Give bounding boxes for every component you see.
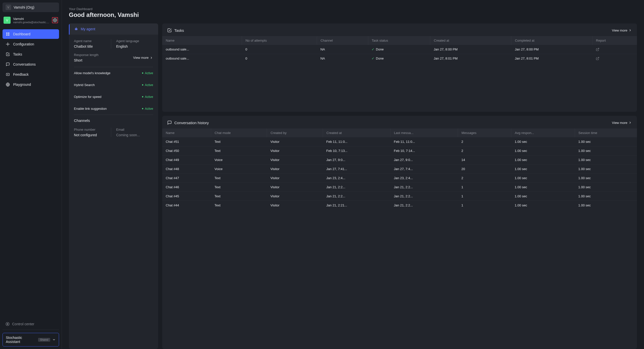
agent-view-more-button[interactable]: View more: [133, 56, 153, 60]
table-row[interactable]: Chat #44 Text Visitor Jan 21, 2:21... Ja…: [162, 201, 637, 210]
conversation-view-more-button[interactable]: View more: [612, 121, 632, 125]
email-value: Coming soon...: [116, 133, 153, 137]
my-agent-label: My agent: [81, 27, 95, 31]
cell-last: Jan 21, 2:2...: [390, 201, 458, 210]
svg-point-12: [7, 323, 8, 325]
table-row[interactable]: Chat #47 Text Visitor Jan 23, 2:4... Jan…: [162, 174, 637, 183]
agent-language-value: English: [116, 44, 153, 48]
user-row: V Vamshi vamshi.gowda@stochastic....: [3, 15, 59, 25]
gear-icon: [53, 18, 57, 22]
table-header: Created by: [267, 128, 323, 137]
feature-name: Enable link suggestion: [74, 107, 107, 111]
sidebar-item-label: Dashboard: [13, 32, 31, 36]
tasks-view-more-button[interactable]: View more: [612, 29, 632, 32]
sidebar-item-tasks[interactable]: Tasks: [3, 49, 59, 59]
cell-session: 1.00 sec: [575, 183, 637, 192]
status-dot-icon: [142, 96, 143, 97]
table-header: Last messa...: [390, 128, 458, 137]
sidebar-item-label: Feedback: [13, 72, 29, 76]
org-selector[interactable]: V Vamshi (Org): [3, 3, 59, 12]
cell-mode: Text: [211, 192, 267, 201]
sidebar-item-dashboard[interactable]: Dashboard: [3, 29, 59, 39]
check-icon: ✓: [372, 57, 374, 60]
cell-session: 1.00 sec: [575, 155, 637, 165]
conversation-table: NameChat modeCreated byCreated atLast me…: [162, 128, 637, 210]
cell-name: Chat #46: [162, 183, 211, 192]
tasks-title: Tasks: [174, 28, 184, 33]
cell-created: Jan 27, 9:0...: [323, 155, 390, 165]
svg-point-17: [76, 27, 76, 28]
assistant-selector[interactable]: Stochastic Assistant Shared: [3, 333, 59, 346]
settings-button[interactable]: [52, 17, 58, 23]
external-link-icon[interactable]: [596, 57, 633, 60]
table-row[interactable]: Chat #49 Voice Visitor Jan 27, 9:0... Ja…: [162, 155, 637, 165]
cell-msgs: 1: [458, 183, 511, 192]
control-center-button[interactable]: Control center: [3, 319, 59, 329]
cell-session: 1.00 sec: [575, 201, 637, 210]
response-length-label: Response length: [74, 53, 111, 57]
cell-name: Chat #47: [162, 174, 211, 183]
cell-avg: 1.00 sec: [511, 183, 575, 192]
svg-rect-13: [75, 28, 77, 30]
cell-last: Jan 27, 7:4...: [390, 165, 458, 174]
cell-session: 1.00 sec: [575, 165, 637, 174]
cell-avg: 1.00 sec: [511, 192, 575, 201]
cell-status: ✓Done: [368, 45, 430, 54]
chevron-right-icon: [628, 29, 632, 32]
cell-created: Jan 21, 2:2...: [323, 183, 390, 192]
cell-avg: 1.00 sec: [511, 201, 575, 210]
cell-last: Jan 27, 9:0...: [390, 155, 458, 165]
email-label: Email: [116, 128, 153, 131]
feature-name: Allow model's knowledge: [74, 71, 110, 75]
cell-name: Chat #44: [162, 201, 211, 210]
org-avatar: V: [6, 5, 11, 10]
external-link-icon[interactable]: [596, 48, 633, 51]
table-row[interactable]: Chat #46 Text Visitor Jan 21, 2:2... Jan…: [162, 183, 637, 192]
phone-label: Phone number: [74, 128, 111, 131]
table-header: Created at: [323, 128, 390, 137]
table-header: Name: [162, 128, 211, 137]
sidebar-item-conversations[interactable]: Conversations: [3, 60, 59, 69]
table-row[interactable]: Chat #48 Voice Visitor Jan 27, 7:41... J…: [162, 165, 637, 174]
feature-row: Hybrid Search Active: [74, 79, 153, 91]
table-header: Channel: [317, 36, 368, 45]
view-more-label: View more: [612, 121, 627, 125]
cell-channel: NA: [317, 54, 368, 63]
sidebar-item-playground[interactable]: Playground: [3, 80, 59, 89]
cell-mode: Text: [211, 137, 267, 146]
sidebar-item-configuration[interactable]: Configuration: [3, 39, 59, 49]
cell-status: ✓Done: [368, 54, 430, 63]
table-row[interactable]: outbound sale... 0 NA ✓Done Jan 27, 8:01…: [162, 54, 637, 63]
cell-mode: Voice: [211, 155, 267, 165]
cell-avg: 1.00 sec: [511, 155, 575, 165]
table-header: Completed at: [511, 36, 592, 45]
chat-icon: [167, 120, 172, 125]
table-row[interactable]: outbound sale... 0 NA ✓Done Jan 27, 8:00…: [162, 45, 637, 54]
cell-by: Visitor: [267, 137, 323, 146]
cell-created: Feb 11, 11:0...: [323, 137, 390, 146]
table-row[interactable]: Chat #45 Text Visitor Jan 21, 2:2... Jan…: [162, 192, 637, 201]
sidebar-item-feedback[interactable]: Feedback: [3, 70, 59, 79]
cell-name: Chat #51: [162, 137, 211, 146]
cell-msgs: 20: [458, 165, 511, 174]
cell-created: Jan 23, 2:4...: [323, 174, 390, 183]
chevron-down-icon: [52, 338, 56, 341]
cell-created: Jan 27, 8:01 PM: [430, 54, 511, 63]
cell-avg: 1.00 sec: [511, 174, 575, 183]
svg-line-19: [597, 57, 599, 59]
org-name: Vamshi (Org): [14, 5, 34, 9]
table-row[interactable]: Chat #50 Text Visitor Feb 10, 7:13... Fe…: [162, 146, 637, 155]
cell-report: [592, 45, 637, 54]
cell-mode: Text: [211, 146, 267, 155]
cell-by: Visitor: [267, 201, 323, 210]
dashboard-icon: [6, 32, 10, 36]
cell-created: Jan 27, 8:00 PM: [430, 45, 511, 54]
assistant-name: Stochastic Assistant: [6, 336, 36, 344]
control-center-label: Control center: [12, 322, 34, 326]
my-agent-tab[interactable]: My agent: [69, 23, 158, 35]
cell-last: Jan 21, 2:2...: [390, 192, 458, 201]
feature-row: Enable link suggestion Active: [74, 103, 153, 115]
phone-value: Not configured: [74, 133, 111, 137]
tasks-icon: [6, 52, 10, 57]
table-row[interactable]: Chat #51 Text Visitor Feb 11, 11:0... Fe…: [162, 137, 637, 146]
